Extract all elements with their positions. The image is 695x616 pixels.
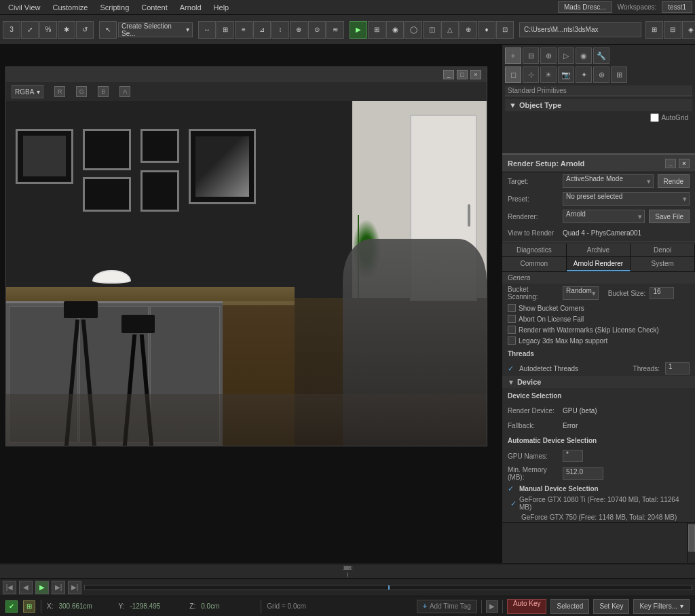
toolbar-btn-4[interactable]: ✱ xyxy=(58,21,75,39)
toolbar-btn-5[interactable]: ↺ xyxy=(76,21,94,39)
tl-go-end[interactable]: ▶| xyxy=(68,581,81,594)
render-btn-7[interactable]: ⊕ xyxy=(459,21,477,39)
render-setup-minimize[interactable]: _ xyxy=(665,159,676,168)
add-time-tag-btn[interactable]: + Add Time Tag xyxy=(417,600,477,613)
tab-archive[interactable]: Archive xyxy=(567,244,631,256)
transform-btn-3[interactable]: ≡ xyxy=(235,21,252,39)
toolbar-btn-1[interactable]: 3 xyxy=(3,21,20,39)
panel-icon-display[interactable]: ◉ xyxy=(576,47,592,64)
transform-btn-1[interactable]: ↔ xyxy=(198,21,216,39)
tl-prev-frame[interactable]: ◀ xyxy=(19,581,33,594)
menu-help[interactable]: Help xyxy=(208,2,235,13)
gpu-names-input[interactable]: * xyxy=(563,450,583,462)
status-play-btn[interactable]: ▶ xyxy=(486,600,498,613)
subpanel-icon-geometry[interactable]: ◻ xyxy=(505,66,521,83)
threads-count-input[interactable]: 1 xyxy=(665,362,690,374)
render-btn-8[interactable]: ♦ xyxy=(478,21,495,39)
subpanel-icon-lights[interactable]: ☀ xyxy=(540,66,557,83)
render-button[interactable]: Rende xyxy=(658,174,690,188)
panel-icon-hierarchy[interactable]: ⊕ xyxy=(540,47,557,64)
transform-btn-4[interactable]: ⊿ xyxy=(253,21,271,39)
subpanel-icon-systems[interactable]: ⊞ xyxy=(611,66,627,83)
path-btn-3[interactable]: ◈ xyxy=(682,21,695,39)
user-menu[interactable]: Mads Dresc... xyxy=(558,1,612,13)
bucket-size-label: Bucket Size: xyxy=(608,290,646,297)
tl-go-start[interactable]: |◀ xyxy=(3,581,16,594)
select-tool[interactable]: ↖ xyxy=(99,21,117,39)
tl-play[interactable]: ▶ xyxy=(35,581,49,594)
subpanel-icon-shapes[interactable]: ⊹ xyxy=(523,66,539,83)
menu-scripting[interactable]: Scripting xyxy=(94,2,134,13)
path-bar[interactable]: C:\Users\M...nts\3dsMax xyxy=(519,22,641,37)
channel-btn-b[interactable]: B xyxy=(98,86,109,97)
min-memory-input[interactable]: 512.0 xyxy=(563,467,603,480)
render-btn-6[interactable]: △ xyxy=(441,21,459,39)
tab-common[interactable]: Common xyxy=(502,257,567,271)
transform-btn-7[interactable]: ⊙ xyxy=(308,21,326,39)
path-btn-1[interactable]: ⊞ xyxy=(645,21,663,39)
subpanel-icon-cameras[interactable]: 📷 xyxy=(558,66,574,83)
render-btn-5[interactable]: ◫ xyxy=(423,21,440,39)
panel-icon-motion[interactable]: ▷ xyxy=(558,47,574,64)
tab-denoise[interactable]: Denoi xyxy=(631,244,695,256)
watermarks-checkbox[interactable] xyxy=(508,326,516,334)
render-window-maximize[interactable]: □ xyxy=(457,70,468,79)
object-type-header[interactable]: ▼ Object Type xyxy=(505,99,692,111)
transform-btn-5[interactable]: ↕ xyxy=(271,21,289,39)
menu-arnold[interactable]: Arnold xyxy=(174,2,207,13)
render-window-minimize[interactable]: _ xyxy=(443,70,454,79)
selection-dropdown[interactable]: Create Selection Se... ▾ xyxy=(118,22,193,37)
menu-civil-view[interactable]: Civil View xyxy=(3,2,45,13)
tab-arnold-renderer[interactable]: Arnold Renderer xyxy=(567,257,631,271)
autogrid-checkbox[interactable] xyxy=(650,113,659,122)
selected-btn[interactable]: Selected xyxy=(550,599,589,614)
channel-btn-g[interactable]: G xyxy=(76,86,87,97)
save-file-button[interactable]: Save File xyxy=(649,210,690,223)
workspace-dropdown[interactable]: tesst1 xyxy=(662,1,692,13)
show-bucket-corners-checkbox[interactable] xyxy=(508,304,516,312)
render-btn-1[interactable]: ▶ xyxy=(350,21,367,39)
status-icon-green[interactable]: ✔ xyxy=(5,600,18,613)
scrollbar-thumb[interactable] xyxy=(688,524,695,552)
channel-btn-a[interactable]: A xyxy=(119,86,130,97)
view-to-render-row: View to Render Quad 4 - PhysCamera001 xyxy=(502,225,695,240)
path-btn-2[interactable]: ⊟ xyxy=(664,21,681,39)
render-btn-2[interactable]: ⊞ xyxy=(368,21,386,39)
y-label: Y: xyxy=(118,602,124,610)
transform-btn-8[interactable]: ≋ xyxy=(326,21,344,39)
panel-icon-modify[interactable]: ⊟ xyxy=(523,47,539,64)
auto-key-btn[interactable]: Auto Key xyxy=(507,599,547,614)
toolbar-btn-2[interactable]: ⤢ xyxy=(21,21,39,39)
subpanel-icon-helpers[interactable]: ✦ xyxy=(576,66,592,83)
render-btn-9[interactable]: ⊡ xyxy=(496,21,514,39)
bucket-size-input[interactable]: 16 xyxy=(650,287,674,299)
toolbar: 3 ⤢ % ✱ ↺ ↖ Create Selection Se... ▾ ↔ ⊞… xyxy=(0,15,695,45)
legacy-map-checkbox[interactable] xyxy=(508,336,516,345)
tab-diagnostics[interactable]: Diagnostics xyxy=(502,244,567,256)
timeline-scrubber[interactable] xyxy=(84,585,692,590)
key-filters-btn[interactable]: Key Filters... ▾ xyxy=(633,599,690,614)
tl-next-frame[interactable]: ▶| xyxy=(52,581,65,594)
transform-btn-6[interactable]: ⊕ xyxy=(290,21,307,39)
target-select[interactable]: ActiveShade Mode xyxy=(563,174,654,188)
set-key-btn[interactable]: Set Key xyxy=(593,599,629,614)
channel-btn-r[interactable]: R xyxy=(54,86,65,97)
render-btn-4[interactable]: ◯ xyxy=(405,21,422,39)
toolbar-btn-3[interactable]: % xyxy=(39,21,57,39)
render-window-close[interactable]: × xyxy=(470,70,481,79)
panel-icon-utilities[interactable]: 🔧 xyxy=(593,47,609,64)
render-btn-3[interactable]: ◉ xyxy=(386,21,404,39)
render-setup-close[interactable]: × xyxy=(679,159,690,168)
menu-customize[interactable]: Customize xyxy=(47,2,93,13)
preset-select[interactable]: No preset selected xyxy=(563,192,690,206)
tab-system[interactable]: System xyxy=(631,257,695,271)
subpanel-icon-spacewarps[interactable]: ⊛ xyxy=(593,66,609,83)
panel-icon-create[interactable]: + xyxy=(505,47,521,64)
rgba-dropdown[interactable]: RGBA ▾ xyxy=(12,85,43,98)
renderer-select[interactable]: Arnold xyxy=(563,210,645,223)
status-icon-yellow[interactable]: ⊞ xyxy=(23,600,35,613)
transform-btn-2[interactable]: ⊞ xyxy=(217,21,234,39)
abort-license-checkbox[interactable] xyxy=(508,315,516,323)
menu-content[interactable]: Content xyxy=(136,2,173,13)
bucket-scanning-select[interactable]: Random xyxy=(563,286,599,300)
